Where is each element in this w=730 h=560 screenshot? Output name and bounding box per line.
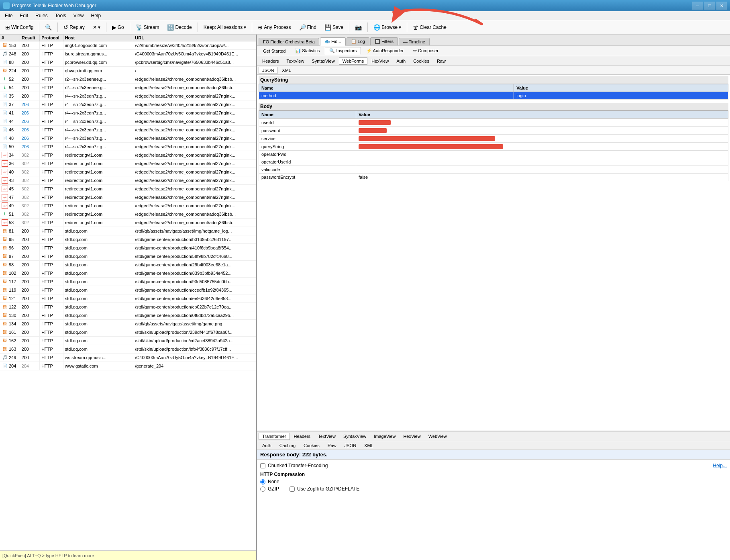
compression-none-radio[interactable] — [260, 479, 265, 484]
table-row[interactable]: 🖼 96 200 HTTP stdl.qq.com /stdl/game-cen… — [0, 244, 256, 252]
res-tab-raw[interactable]: Raw — [324, 442, 340, 449]
go-button[interactable]: ▶ Go — [108, 22, 128, 33]
table-row[interactable]: 🖼 119 200 HTTP stdl.qq.com /stdl/game-ce… — [0, 286, 256, 294]
clear-cache-button[interactable]: 🗑 Clear Cache — [409, 22, 450, 33]
table-row[interactable]: 📄 44 206 HTTP r4---sn-2x3edn7z.g... /edg… — [0, 117, 256, 126]
req-tab-auth[interactable]: Auth — [393, 57, 410, 65]
req-tab-webforms[interactable]: WebForms — [339, 57, 368, 65]
decode-button[interactable]: 🔣 Decode — [163, 22, 195, 33]
any-process-button[interactable]: ⊕ Any Process — [254, 22, 294, 33]
table-row[interactable]: 🖼 130 200 HTTP stdl.qq.com /stdl/game-ce… — [0, 311, 256, 320]
sessions-table[interactable]: # Result Protocol Host URL 🖼 153 200 HTT… — [0, 35, 256, 550]
req-tab-json[interactable]: JSON — [259, 67, 277, 74]
table-row[interactable]: 📄 46 206 HTTP r4---sn-2x3edn7z.g... /edg… — [0, 126, 256, 134]
res-tab-headers[interactable]: Headers — [290, 433, 314, 440]
res-tab-json[interactable]: JSON — [341, 442, 360, 449]
table-row[interactable]: ℹ 51 302 HTTP redirector.gvt1.com /edged… — [0, 210, 256, 219]
table-row[interactable]: 🖼 161 200 HTTP stdl.qq.com /stdl/skin/up… — [0, 328, 256, 337]
tab-get-started[interactable]: Get Started — [259, 47, 290, 55]
table-row[interactable]: ↩ 43 302 HTTP redirector.gvt1.com /edged… — [0, 176, 256, 185]
table-row[interactable]: 🖼 121 200 HTTP stdl.qq.com /stdl/game-ce… — [0, 294, 256, 303]
tab-filters[interactable]: 🔲 Filters — [370, 37, 398, 45]
tab-statistics[interactable]: 📊 Statistics — [291, 47, 324, 55]
res-tab-webview[interactable]: WebView — [425, 433, 451, 440]
compression-gzip-radio[interactable] — [260, 486, 265, 492]
res-tab-syntaxview[interactable]: SyntaxView — [340, 433, 370, 440]
req-tab-headers[interactable]: Headers — [259, 57, 283, 65]
stop-button[interactable]: ✕ ▾ — [89, 22, 104, 33]
res-tab-transformer[interactable]: Transformer — [259, 433, 290, 440]
res-tab-cookies[interactable]: Cookies — [300, 442, 323, 449]
req-tab-xml[interactable]: XML — [278, 67, 295, 74]
menu-item-help[interactable]: Help — [88, 12, 104, 19]
res-tab-auth[interactable]: Auth — [259, 442, 275, 449]
keep-sessions-button[interactable]: Keep: All sessions ▾ — [200, 22, 250, 33]
save-button[interactable]: 💾 Save — [321, 22, 347, 33]
screenshot-button[interactable]: 📷 — [351, 22, 365, 33]
table-row[interactable]: 🖼 134 200 HTTP stdl.qq.com /stdl/qb/asse… — [0, 320, 256, 328]
table-row[interactable]: 🖼 122 200 HTTP stdl.qq.com /stdl/game-ce… — [0, 303, 256, 311]
help-link[interactable]: Help... — [713, 463, 727, 468]
table-row[interactable]: 📄 204 204 HTTP www.gstatic.com /generate… — [0, 362, 256, 370]
table-row[interactable]: 🖼 153 200 HTTP img01.sogoucdn.com /v2/th… — [0, 41, 256, 50]
table-row[interactable]: ℹ 52 200 HTTP r2---sn-2x3eenee.g... /edg… — [0, 75, 256, 84]
replay-button[interactable]: ↺ Replay — [60, 22, 88, 33]
menu-item-rules[interactable]: Rules — [32, 12, 51, 19]
stream-button[interactable]: 📡 Stream — [132, 22, 163, 33]
zopfli-checkbox[interactable] — [290, 486, 295, 492]
table-row[interactable]: 🎵 248 200 HTTP isure.stream.qqmus... /C4… — [0, 50, 256, 58]
table-row[interactable]: 🎵 249 200 HTTP ws.stream.qqmusic.... /C4… — [0, 354, 256, 362]
table-row[interactable]: ℹ 54 200 HTTP r2---sn-2x3eenee.g... /edg… — [0, 84, 256, 92]
maximize-button[interactable]: □ — [704, 2, 715, 10]
req-tab-textview[interactable]: TextView — [283, 57, 308, 65]
tab-autoresponder[interactable]: ⚡ AutoResponder — [362, 47, 408, 55]
tab-log[interactable]: 📋 Log — [347, 37, 369, 45]
table-row[interactable]: ↩ 49 302 HTTP redirector.gvt1.com /edged… — [0, 202, 256, 210]
req-tab-cookies[interactable]: Cookies — [410, 57, 433, 65]
req-tab-raw[interactable]: Raw — [433, 57, 449, 65]
table-row[interactable]: 🖼 224 200 HTTP qbwup.imtt.qq.com / — [0, 67, 256, 75]
table-row[interactable]: ↩ 34 302 HTTP redirector.gvt1.com /edged… — [0, 151, 256, 159]
table-row[interactable]: ↩ 40 302 HTTP redirector.gvt1.com /edged… — [0, 168, 256, 176]
res-tab-caching[interactable]: Caching — [276, 442, 299, 449]
table-row[interactable]: 🖼 97 200 HTTP stdl.qq.com /stdl/game-cen… — [0, 252, 256, 261]
menu-item-file[interactable]: File — [2, 12, 16, 19]
table-row[interactable]: 🖼 163 200 HTTP stdl.qq.com /stdl/skin/up… — [0, 345, 256, 354]
res-tab-textview[interactable]: TextView — [314, 433, 339, 440]
table-row[interactable]: 🖼 95 200 HTTP stdl.qq.com /stdl/game-cen… — [0, 235, 256, 244]
table-row[interactable]: 🖼 81 200 HTTP stdl.qq.com /stdl/qb/asset… — [0, 227, 256, 235]
minimize-button[interactable]: ─ — [692, 2, 703, 10]
table-row[interactable]: 🖼 98 200 HTTP stdl.qq.com /stdl/game-cen… — [0, 261, 256, 269]
table-row[interactable]: 📄 37 206 HTTP r4---sn-2x3edn7z.g... /edg… — [0, 100, 256, 109]
chunked-transfer-checkbox[interactable] — [260, 463, 265, 468]
tab-fid[interactable]: 🐟 Fid... — [320, 37, 346, 46]
winconfig-button[interactable]: ⊞ WinConfig — [2, 22, 37, 33]
table-row[interactable]: ↩ 47 302 HTTP redirector.gvt1.com /edged… — [0, 193, 256, 202]
table-row[interactable]: 📄 88 200 HTTP pcbrowser.dd.qq.com /pcbro… — [0, 58, 256, 67]
menu-item-view[interactable]: View — [70, 12, 87, 19]
req-tab-hexview[interactable]: HexView — [368, 57, 392, 65]
qs-row-method[interactable]: method login — [259, 92, 728, 100]
table-row[interactable]: ↩ 45 302 HTTP redirector.gvt1.com /edged… — [0, 185, 256, 193]
res-tab-hexview[interactable]: HexView — [400, 433, 424, 440]
search-button[interactable]: 🔍 — [41, 22, 55, 33]
res-tab-imageview[interactable]: ImageView — [370, 433, 399, 440]
find-button[interactable]: 🔎 Find — [296, 22, 320, 33]
menu-item-tools[interactable]: Tools — [52, 12, 69, 19]
menu-item-edit[interactable]: Edit — [16, 12, 31, 19]
tab-inspectors[interactable]: 🔍 Inspectors — [325, 47, 361, 55]
browse-button[interactable]: 🌐 Browse ▾ — [370, 22, 405, 33]
tab-composer[interactable]: ✏ Composer — [409, 47, 443, 55]
close-button[interactable]: ✕ — [716, 2, 727, 10]
table-row[interactable]: 📄 41 206 HTTP r4---sn-2x3edn7z.g... /edg… — [0, 109, 256, 117]
table-row[interactable]: 🖼 102 200 HTTP stdl.qq.com /stdl/game-ce… — [0, 269, 256, 278]
table-row[interactable]: 📄 48 206 HTTP r4---sn-2x3edn7z.g... /edg… — [0, 134, 256, 143]
req-tab-syntaxview[interactable]: SyntaxView — [308, 57, 338, 65]
table-row[interactable]: 📄 35 200 HTTP r4---sn-2x3edn7z.g... /edg… — [0, 92, 256, 100]
table-row[interactable]: ↩ 36 302 HTTP redirector.gvt1.com /edged… — [0, 159, 256, 168]
table-row[interactable]: ↩ 53 302 HTTP redirector.gvt1.com /edged… — [0, 219, 256, 227]
res-tab-xml[interactable]: XML — [361, 442, 377, 449]
tab-fiddler-orchestra[interactable]: FO Fiddler Orchestra Beta — [259, 38, 319, 45]
table-row[interactable]: 📄 50 206 HTTP r4---sn-2x3edn7z.g... /edg… — [0, 143, 256, 151]
table-row[interactable]: 🖼 117 200 HTTP stdl.qq.com /stdl/game-ce… — [0, 278, 256, 286]
